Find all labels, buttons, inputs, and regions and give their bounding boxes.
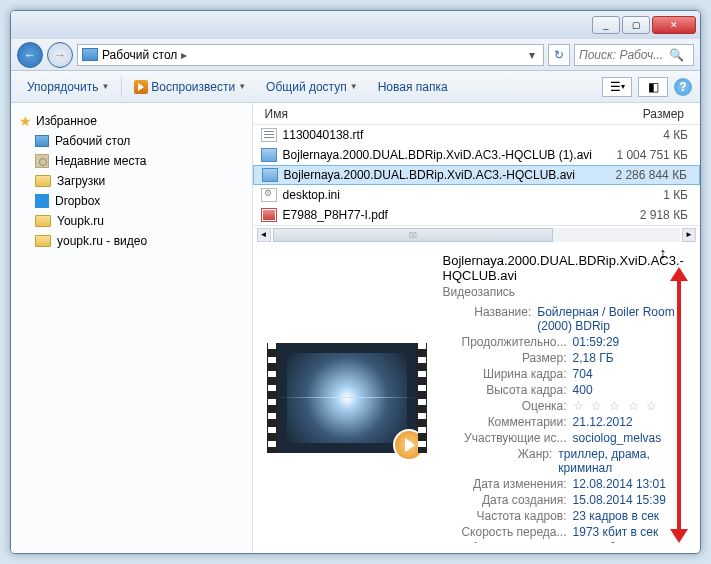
metadata-row: Название:Бойлерная / Boiler Room (2000) … (443, 305, 690, 333)
metadata-value: 1973 кбит в сек (573, 525, 659, 539)
column-name[interactable]: Имя (261, 107, 592, 121)
file-row[interactable]: 1130040138.rtf4 КБ (253, 125, 700, 145)
dropbox-icon (35, 194, 49, 208)
minimize-button[interactable]: _ (592, 16, 620, 34)
sidebar-item-label: youpk.ru - видео (57, 234, 147, 248)
toolbar: Упорядочить▼ Воспроизвести▼ Общий доступ… (11, 71, 700, 103)
file-row[interactable]: desktop.ini1 КБ (253, 185, 700, 205)
metadata-value: 01:59:29 (573, 335, 620, 349)
file-row[interactable]: Bojlernaya.2000.DUAL.BDRip.XviD.AC3.-HQC… (253, 165, 700, 185)
metadata-row: Жанр:триллер, драма, криминал (443, 447, 690, 475)
file-size: 4 КБ (592, 128, 692, 142)
preview-pane-button[interactable]: ◧ (638, 77, 668, 97)
play-overlay-icon[interactable] (393, 429, 425, 461)
scroll-right-button[interactable]: ► (682, 228, 696, 242)
organize-menu[interactable]: Упорядочить▼ (19, 76, 117, 98)
sidebar-item-label: Загрузки (57, 174, 105, 188)
metadata-value: 12.08.2014 13:01 (573, 477, 666, 491)
metadata-label: Жанр: (443, 447, 559, 475)
folder-icon (35, 175, 51, 187)
metadata-value: 15.08.2014 15:39 (573, 493, 666, 507)
metadata-value: триллер, драма, криминал (558, 447, 690, 475)
star-icon: ★ (19, 113, 32, 129)
close-button[interactable]: ✕ (652, 16, 696, 34)
desk-icon (35, 135, 49, 147)
sidebar-item-3[interactable]: Dropbox (15, 191, 248, 211)
scroll-left-button[interactable]: ◄ (257, 228, 271, 242)
address-path: Рабочий стол (102, 48, 177, 62)
play-menu[interactable]: Воспроизвести▼ (126, 76, 254, 98)
metadata-label: Высота кадра: (443, 383, 573, 397)
share-menu[interactable]: Общий доступ▼ (258, 76, 366, 98)
details-title: Bojlernaya.2000.DUAL.BDRip.XviD.AC3.-HQC… (443, 253, 690, 283)
address-bar[interactable]: Рабочий стол ▸ ▾ (77, 44, 544, 66)
favorites-header[interactable]: ★ Избранное (15, 111, 248, 131)
play-icon (134, 80, 148, 94)
metadata-row: Скорость переда...1973 кбит в сек (443, 525, 690, 539)
metadata-label: Участвующие ис... (443, 431, 573, 445)
file-row[interactable]: E7988_P8H77-I.pdf2 918 КБ (253, 205, 700, 225)
film-thumbnail-icon (267, 343, 427, 453)
maximize-button[interactable]: ▢ (622, 16, 650, 34)
metadata-value: 2,18 ГБ (573, 351, 614, 365)
scroll-track[interactable]: ▯▯ (273, 228, 680, 242)
folder-icon (35, 235, 51, 247)
metadata-label: Продолжительно... (443, 335, 573, 349)
annotation-arrow-icon (672, 267, 686, 543)
metadata: Bojlernaya.2000.DUAL.BDRip.XviD.AC3.-HQC… (443, 253, 690, 543)
metadata-label: Общая скорость ... (443, 541, 573, 543)
details-pane: ↕ Bojlernaya.2000.DUAL.BDRip.XviD.AC3.-H… (253, 243, 700, 553)
metadata-row: Оценка:☆ ☆ ☆ ☆ ☆ (443, 399, 690, 413)
file-size: 2 918 КБ (592, 208, 692, 222)
sidebar-item-2[interactable]: Загрузки (15, 171, 248, 191)
scroll-thumb[interactable]: ▯▯ (273, 228, 553, 242)
address-dropdown-icon[interactable]: ▾ (525, 48, 539, 62)
sidebar-item-0[interactable]: Рабочий стол (15, 131, 248, 151)
metadata-row: Комментарии:21.12.2012 (443, 415, 690, 429)
desktop-icon (82, 48, 98, 61)
metadata-label: Комментарии: (443, 415, 573, 429)
metadata-label: Размер: (443, 351, 573, 365)
search-input[interactable] (579, 48, 669, 62)
file-name: E7988_P8H77-I.pdf (283, 208, 592, 222)
metadata-value: ☆ ☆ ☆ ☆ ☆ (573, 399, 659, 413)
file-row[interactable]: Bojlernaya.2000.DUAL.BDRip.XviD.AC3.-HQC… (253, 145, 700, 165)
folder-icon (35, 215, 51, 227)
help-button[interactable]: ? (674, 78, 692, 96)
file-name: Bojlernaya.2000.DUAL.BDRip.XviD.AC3.-HQC… (284, 168, 591, 182)
ini-icon (261, 188, 277, 202)
rtf-icon (261, 128, 277, 142)
resize-handle-icon[interactable]: ↕ (654, 243, 672, 261)
metadata-label: Дата создания: (443, 493, 573, 507)
metadata-label: Ширина кадра: (443, 367, 573, 381)
avi-icon (261, 148, 277, 162)
view-menu[interactable]: ☰ ▾ (602, 77, 632, 97)
column-headers: Имя Размер (253, 103, 700, 125)
sidebar-item-label: Рабочий стол (55, 134, 130, 148)
new-folder-button[interactable]: Новая папка (370, 76, 456, 98)
search-box[interactable]: 🔍 (574, 44, 694, 66)
thumbnail (263, 253, 431, 543)
metadata-row: Ширина кадра:704 (443, 367, 690, 381)
file-name: 1130040138.rtf (283, 128, 592, 142)
titlebar: _ ▢ ✕ (11, 11, 700, 39)
search-icon: 🔍 (669, 48, 684, 62)
metadata-value: 704 (573, 367, 593, 381)
refresh-button[interactable]: ↻ (548, 44, 570, 66)
file-size: 2 286 844 КБ (591, 168, 691, 182)
metadata-row: Размер:2,18 ГБ (443, 351, 690, 365)
file-list: 1130040138.rtf4 КБBojlernaya.2000.DUAL.B… (253, 125, 700, 225)
sidebar-item-1[interactable]: Недавние места (15, 151, 248, 171)
forward-button[interactable]: → (47, 42, 73, 68)
sidebar-item-4[interactable]: Youpk.ru (15, 211, 248, 231)
back-button[interactable]: ← (17, 42, 43, 68)
path-separator-icon[interactable]: ▸ (181, 48, 187, 62)
file-name: Bojlernaya.2000.DUAL.BDRip.XviD.AC3.-HQC… (283, 148, 592, 162)
metadata-row: Высота кадра:400 (443, 383, 690, 397)
sidebar-item-5[interactable]: youpk.ru - видео (15, 231, 248, 251)
recent-icon (35, 154, 49, 168)
metadata-label: Скорость переда... (443, 525, 573, 539)
metadata-label: Название: (443, 305, 538, 333)
column-size[interactable]: Размер (592, 107, 692, 121)
metadata-value: 400 (573, 383, 593, 397)
